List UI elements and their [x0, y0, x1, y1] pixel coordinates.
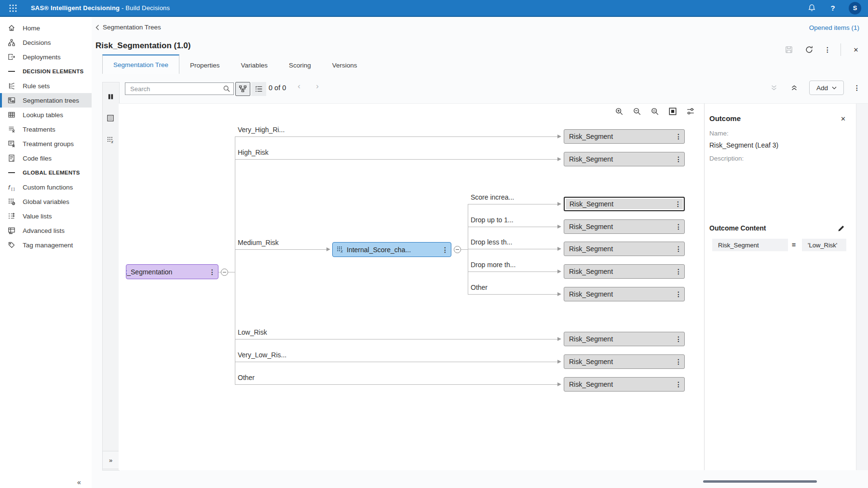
- tab-scoring[interactable]: Scoring: [278, 56, 322, 74]
- panel-scrollbar-track[interactable]: [856, 104, 868, 470]
- node-more-options-icon[interactable]: [675, 291, 682, 298]
- branch-label[interactable]: Drop up to 1...: [471, 216, 514, 224]
- leaf-node[interactable]: Risk_Segment: [564, 287, 685, 301]
- next-match-icon[interactable]: ›: [312, 81, 322, 91]
- sidebar-item-lookup-tables[interactable]: Lookup tables: [0, 108, 92, 122]
- node-more-options-icon[interactable]: [675, 358, 682, 365]
- branch-label[interactable]: Drop less th...: [471, 238, 512, 246]
- search-icon[interactable]: [223, 85, 231, 93]
- name-value: Risk_Segment (Leaf 3): [709, 141, 778, 149]
- expand-all-icon[interactable]: [769, 82, 779, 93]
- sidebar-item-global-variables[interactable]: Global variables: [0, 194, 92, 209]
- node-more-options-icon[interactable]: [675, 336, 682, 342]
- tab-properties[interactable]: Properties: [179, 56, 231, 74]
- outcome-panel: Outcome Name: Risk_Segment (Leaf 3) Desc…: [705, 103, 868, 470]
- tab-versions[interactable]: Versions: [322, 56, 368, 74]
- refresh-icon[interactable]: [804, 44, 814, 55]
- toolbar-more-options-icon[interactable]: [854, 82, 860, 93]
- assignment-value[interactable]: 'Low_Risk': [802, 239, 846, 251]
- branch-label[interactable]: Other: [238, 374, 255, 381]
- leaf-node[interactable]: Risk_Segment: [564, 354, 685, 369]
- leaf-node[interactable]: Risk_Segment: [564, 129, 685, 144]
- user-avatar[interactable]: S: [849, 2, 861, 14]
- sidebar-collapse-icon[interactable]: [71, 476, 87, 488]
- node-more-options-icon[interactable]: [442, 246, 448, 253]
- data-grid-icon[interactable]: [103, 111, 118, 125]
- fit-to-window-icon[interactable]: [668, 107, 678, 116]
- layout-options-icon[interactable]: [686, 107, 695, 116]
- segmentation-tree-canvas[interactable]: Very_High_Ri... High_Risk Medium_Risk Lo…: [119, 103, 705, 470]
- leaf-node[interactable]: Risk_Segment: [564, 377, 685, 392]
- branch-label[interactable]: Score increa...: [471, 193, 514, 201]
- collapse-node-icon[interactable]: [454, 246, 461, 253]
- rail-expand-icon[interactable]: [102, 451, 119, 469]
- branch-label[interactable]: Drop more th...: [471, 261, 515, 269]
- node-more-options-icon[interactable]: [675, 201, 681, 207]
- list-view-toggle[interactable]: [251, 82, 266, 96]
- leaf-node-selected[interactable]: Risk_Segment: [564, 197, 685, 211]
- sidebar-item-decisions[interactable]: Decisions: [0, 35, 92, 50]
- leaf-node[interactable]: Risk_Segment: [564, 152, 685, 166]
- collapse-all-icon[interactable]: [789, 82, 800, 93]
- zoom-out-icon[interactable]: [632, 107, 642, 116]
- sidebar-item-segmentation-trees[interactable]: Segmentation trees: [0, 93, 92, 108]
- opened-items-link[interactable]: Opened items (1): [809, 24, 859, 31]
- arrowhead: [557, 337, 561, 341]
- branch-label[interactable]: Low_Risk: [238, 328, 267, 336]
- leaf-node[interactable]: Risk_Segment: [564, 219, 685, 234]
- sidebar-section-global-elements: GLOBAL ELEMENTS: [0, 165, 92, 180]
- zoom-in-icon[interactable]: [614, 107, 624, 116]
- leaf-node[interactable]: Risk_Segment: [564, 242, 685, 256]
- notifications-bell-icon[interactable]: [806, 3, 817, 14]
- panel-close-icon[interactable]: [841, 114, 846, 123]
- node-more-options-icon[interactable]: [675, 133, 682, 140]
- tab-segmentation-tree[interactable]: Segmentation Tree: [102, 54, 179, 74]
- sidebar-item-treatments[interactable]: Treatments: [0, 122, 92, 136]
- leaf-node[interactable]: Risk_Segment: [564, 332, 685, 346]
- more-options-icon[interactable]: [824, 44, 831, 55]
- branch-label[interactable]: Medium_Risk: [238, 239, 279, 246]
- internal-node[interactable]: x Internal_Score_cha...: [332, 242, 451, 257]
- sidebar-item-advanced-lists[interactable]: Advanced lists: [0, 223, 92, 238]
- node-more-options-icon[interactable]: [209, 269, 216, 275]
- edit-pencil-icon[interactable]: [836, 223, 846, 233]
- help-icon[interactable]: ?: [827, 3, 838, 14]
- app-switcher-icon[interactable]: [5, 2, 21, 14]
- branch-label[interactable]: Very_High_Ri...: [238, 126, 285, 134]
- sidebar-item-code-files[interactable]: Code files: [0, 151, 92, 165]
- variables-grid-icon[interactable]: x: [103, 133, 118, 147]
- sidebar-item-tag-management[interactable]: Tag management: [0, 238, 92, 252]
- sidebar-item-value-lists[interactable]: Value lists: [0, 209, 92, 223]
- branch-label[interactable]: Very_Low_Ris...: [238, 351, 286, 359]
- sidebar-item-rule-sets[interactable]: Rule sets: [0, 79, 92, 93]
- horizontal-scrollbar-thumb[interactable]: [703, 480, 817, 483]
- sidebar-item-deployments[interactable]: Deployments: [0, 50, 92, 64]
- outcome-panel-title: Outcome: [709, 114, 741, 122]
- node-more-options-icon[interactable]: [675, 268, 682, 275]
- tree-view-toggle[interactable]: [235, 82, 250, 96]
- search-input[interactable]: [129, 85, 223, 93]
- sidebar-item-home[interactable]: Home: [0, 21, 92, 35]
- add-button[interactable]: Add: [809, 81, 844, 95]
- collapse-node-icon[interactable]: [221, 269, 228, 276]
- breadcrumb[interactable]: Segmentation Trees: [95, 24, 161, 31]
- close-item-icon[interactable]: [851, 44, 861, 55]
- node-more-options-icon[interactable]: [675, 156, 682, 163]
- branch-line: [235, 136, 557, 137]
- sidebar-item-custom-functions[interactable]: f[ ] Custom functions: [0, 180, 92, 194]
- sidebar-item-treatment-groups[interactable]: Treatment groups: [0, 136, 92, 151]
- node-more-options-icon[interactable]: [675, 381, 682, 388]
- previous-match-icon[interactable]: ‹: [294, 81, 304, 91]
- save-icon[interactable]: [784, 44, 794, 55]
- branch-label[interactable]: Other: [471, 284, 488, 291]
- branch-label[interactable]: High_Risk: [238, 149, 269, 156]
- node-more-options-icon[interactable]: [675, 245, 682, 252]
- node-more-options-icon[interactable]: [675, 223, 682, 230]
- assignment-target[interactable]: Risk_Segment: [712, 239, 788, 251]
- reset-zoom-icon[interactable]: [650, 107, 660, 116]
- sidebar-section-decision-elements: DECISION ELEMENTS: [0, 64, 92, 79]
- leaf-node[interactable]: Risk_Segment: [564, 264, 685, 279]
- tab-variables[interactable]: Variables: [231, 56, 278, 74]
- side-by-side-panels-icon[interactable]: [103, 89, 118, 104]
- root-node[interactable]: Risk_Segmentation: [126, 264, 218, 279]
